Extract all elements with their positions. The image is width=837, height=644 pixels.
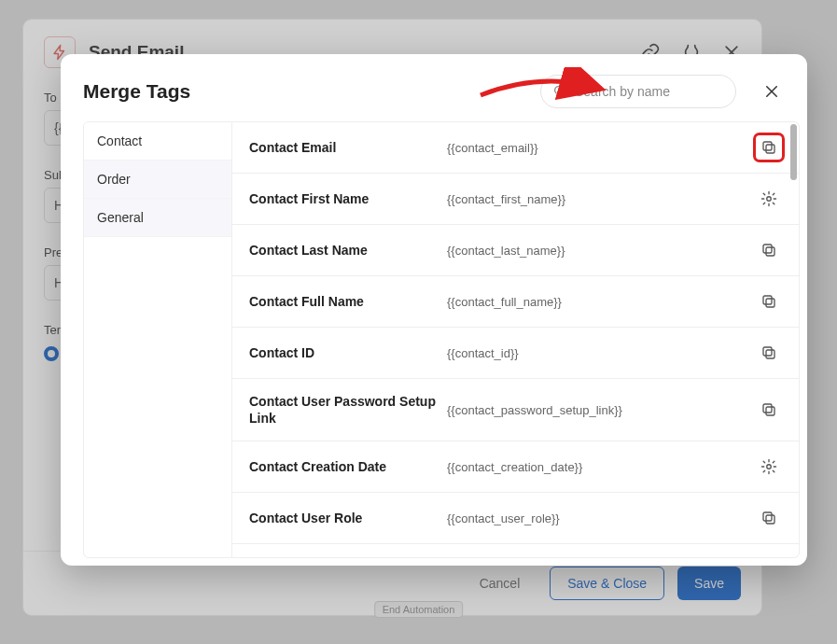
tag-name: Contact First Name [249, 190, 436, 207]
merge-tags-modal: Merge Tags ContactOrderGeneral Contact E… [61, 54, 807, 566]
gear-icon [760, 458, 777, 475]
copy-button[interactable] [758, 136, 780, 159]
copy-icon [760, 139, 777, 156]
table-row: Contact User Role{{contact_user_role}} [232, 493, 799, 544]
svg-rect-14 [763, 512, 772, 521]
copy-button[interactable] [758, 342, 780, 364]
tag-value: {{contact_password_setup_link}} [447, 403, 746, 417]
tag-name: Contact Creation Date [249, 458, 436, 475]
tag-value: {{contact_first_name}} [447, 192, 746, 206]
search-input[interactable] [575, 84, 738, 99]
svg-point-12 [767, 465, 772, 469]
svg-rect-6 [766, 299, 774, 307]
table-row: Contact Last Name{{contact_last_name}} [232, 225, 799, 276]
copy-icon [760, 344, 777, 361]
svg-rect-10 [766, 407, 774, 415]
copy-icon [760, 401, 777, 418]
svg-rect-8 [766, 350, 774, 358]
svg-point-3 [767, 197, 772, 202]
scrollbar-thumb[interactable] [790, 124, 797, 180]
svg-rect-11 [763, 404, 772, 413]
svg-rect-7 [763, 296, 772, 304]
sidebar-item-general[interactable]: General [84, 199, 231, 237]
svg-rect-13 [766, 515, 774, 524]
copy-icon [760, 293, 777, 310]
modal-close-button[interactable] [759, 78, 785, 105]
copy-button[interactable] [758, 239, 780, 261]
merge-tag-list: Contact Email{{contact_email}}Contact Fi… [232, 122, 799, 557]
modal-title: Merge Tags [83, 80, 190, 103]
tag-name: Contact Full Name [249, 293, 436, 310]
tag-name: Contact User Password Setup Link [249, 393, 436, 427]
tag-name: Contact User Role [249, 510, 436, 526]
copy-icon [760, 242, 777, 259]
settings-button[interactable] [758, 455, 780, 478]
tag-value: {{contact_creation_date}} [447, 460, 746, 474]
tag-value: {{contact_id}} [447, 346, 746, 360]
tag-value: {{contact_email}} [447, 141, 746, 155]
settings-button[interactable] [758, 188, 780, 210]
search-icon [552, 84, 567, 99]
table-row: Contact User Password Setup Link{{contac… [232, 379, 799, 441]
tag-name: Contact ID [249, 344, 436, 361]
table-row: Contact Full Name{{contact_full_name}} [232, 276, 799, 328]
tag-value: {{contact_full_name}} [447, 295, 746, 309]
gear-icon [760, 190, 777, 207]
tag-name: Contact Email [249, 139, 436, 156]
copy-button[interactable] [758, 507, 780, 529]
copy-button[interactable] [758, 399, 780, 421]
table-row: Contact ID{{contact_id}} [232, 328, 799, 379]
svg-rect-1 [766, 145, 774, 153]
category-sidebar: ContactOrderGeneral [83, 121, 232, 558]
svg-point-0 [555, 87, 563, 94]
table-row: Contact Phone{{contact_phone}} [232, 544, 799, 557]
table-row: Contact First Name{{contact_first_name}} [232, 174, 799, 225]
table-row: Contact Creation Date{{contact_creation_… [232, 441, 799, 493]
svg-rect-5 [763, 245, 772, 253]
highlight-box [753, 133, 785, 162]
table-row: Contact Email{{contact_email}} [232, 122, 799, 174]
sidebar-item-order[interactable]: Order [84, 161, 231, 199]
search-input-wrap[interactable] [540, 75, 736, 108]
copy-icon [760, 510, 777, 526]
svg-rect-2 [763, 142, 772, 150]
svg-rect-9 [763, 347, 772, 356]
tag-value: {{contact_user_role}} [447, 511, 746, 525]
tag-value: {{contact_last_name}} [447, 244, 746, 258]
copy-button[interactable] [758, 290, 780, 313]
tag-name: Contact Last Name [249, 242, 436, 259]
svg-rect-4 [766, 247, 774, 256]
sidebar-item-contact[interactable]: Contact [84, 122, 231, 161]
